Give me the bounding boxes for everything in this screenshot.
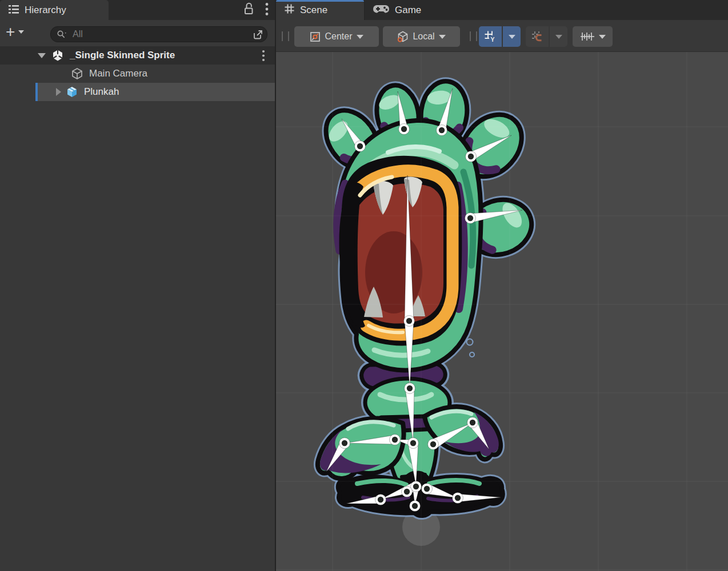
- ruler-icon: [580, 31, 595, 42]
- scene-toolbar: Center Local Y: [276, 20, 728, 52]
- snap-toggle[interactable]: [526, 26, 549, 47]
- snap-increment-dropdown[interactable]: [573, 26, 613, 47]
- hierarchy-toolbar: +: [0, 20, 275, 46]
- scene-name: _Single Skinned Sprite: [70, 50, 175, 61]
- hierarchy-tab-label: Hierarchy: [25, 5, 66, 16]
- snap-settings-dropdown[interactable]: [550, 26, 567, 47]
- search-input[interactable]: [71, 29, 253, 40]
- foldout-collapsed-icon[interactable]: [56, 88, 61, 96]
- popout-search-icon[interactable]: [253, 29, 263, 40]
- item-label: Plunkah: [84, 86, 119, 98]
- outline-speck: [470, 352, 474, 357]
- scene-tabbar: Scene Game: [276, 0, 728, 20]
- outline-speck: [467, 339, 473, 345]
- svg-text:Y: Y: [491, 36, 495, 43]
- search-icon: [57, 30, 68, 39]
- tab-scene[interactable]: Scene: [276, 0, 364, 20]
- hierarchy-item-plunkah[interactable]: Plunkah: [0, 83, 275, 101]
- chevron-down-icon: [599, 35, 606, 39]
- item-label: Main Camera: [89, 68, 147, 79]
- snap-magnet-icon: [531, 30, 543, 43]
- tab-hierarchy[interactable]: Hierarchy: [0, 0, 109, 20]
- scene-panel: Scene Game: [276, 0, 728, 571]
- unlock-icon[interactable]: [242, 2, 255, 18]
- foldout-expanded-icon[interactable]: [38, 53, 46, 58]
- hierarchy-icon: [8, 4, 19, 17]
- grid-settings-dropdown[interactable]: [503, 26, 521, 47]
- prefab-indicator-bar: [35, 83, 38, 101]
- pivot-mode-label: Center: [325, 31, 352, 42]
- game-tab-label: Game: [395, 5, 421, 16]
- scene-kebab-icon[interactable]: [261, 50, 266, 65]
- plunkah-sprite[interactable]: [315, 79, 539, 516]
- scene-header-row[interactable]: _Single Skinned Sprite: [0, 46, 275, 65]
- scene-tab-label: Scene: [300, 5, 327, 16]
- unity-scene-icon: [50, 48, 65, 63]
- hierarchy-tree: _Single Skinned Sprite Main Camera: [0, 46, 275, 101]
- grid-y-icon: Y: [484, 30, 497, 43]
- tool-handle-rotation-dropdown[interactable]: Local: [383, 26, 460, 47]
- scene-grid-icon: [284, 3, 295, 17]
- unity-editor-window: Hierarchy +: [0, 0, 728, 571]
- hierarchy-item-main-camera[interactable]: Main Camera: [0, 65, 275, 83]
- chevron-down-icon: [509, 35, 515, 39]
- kebab-menu-icon[interactable]: [265, 2, 269, 18]
- local-cube-icon: [397, 31, 409, 43]
- toolbar-drag-handle[interactable]: [470, 31, 477, 41]
- grid-visibility-toggle[interactable]: Y: [479, 26, 502, 47]
- chevron-down-icon: [18, 30, 24, 34]
- chevron-down-icon: [357, 35, 363, 39]
- tab-game[interactable]: Game: [364, 0, 457, 20]
- plus-icon: +: [6, 25, 15, 39]
- scene-view[interactable]: [276, 52, 728, 571]
- toolbar-drag-handle[interactable]: [282, 31, 289, 41]
- gameobject-cube-icon: [70, 66, 85, 81]
- gamepad-icon: [373, 4, 390, 17]
- hierarchy-tabbar: Hierarchy: [0, 0, 275, 20]
- chevron-down-icon: [439, 35, 446, 39]
- hierarchy-panel: Hierarchy +: [0, 0, 275, 571]
- chevron-down-icon: [555, 35, 562, 39]
- active-tab-accent: [276, 0, 364, 2]
- create-object-button[interactable]: +: [6, 25, 24, 39]
- prefab-cube-icon: [65, 85, 79, 99]
- rotation-mode-label: Local: [413, 31, 434, 42]
- tool-handle-pivot-dropdown[interactable]: Center: [294, 26, 379, 47]
- hierarchy-search-field[interactable]: [50, 26, 267, 42]
- pivot-icon: [310, 31, 321, 42]
